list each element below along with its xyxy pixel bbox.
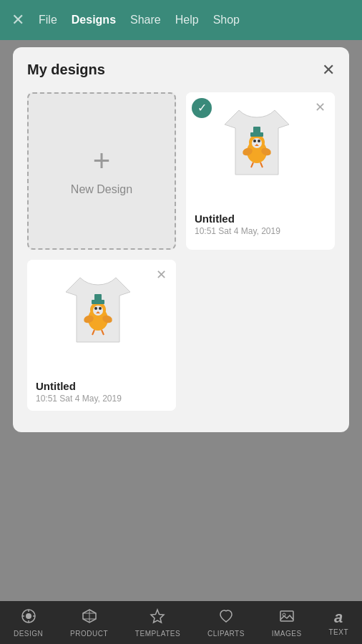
modal-header: My designs ✕ [27, 62, 335, 78]
bottom-nav-product-label: PRODUCT [70, 630, 108, 638]
svg-marker-34 [151, 610, 164, 623]
product-icon [82, 608, 97, 627]
design-card-1-image: ✓ ✕ [186, 92, 335, 207]
design-card-1-info: Untitled 10:51 Sat 4 May, 2019 [186, 207, 335, 243]
my-designs-modal: My designs ✕ + New Design ✓ ✕ [13, 47, 349, 432]
bottom-nav-design-label: DESIGN [14, 630, 43, 638]
tshirt-2 [59, 270, 145, 364]
bottom-nav: DESIGN PRODUCT TEMPLATES CLIPARTS [0, 601, 362, 644]
design-card-1-date: 10:51 Sat 4 May, 2019 [195, 226, 326, 236]
design-card-2[interactable]: ✕ [27, 260, 176, 411]
design-card-1[interactable]: ✓ ✕ [186, 92, 335, 250]
modal-title: My designs [27, 62, 105, 78]
bottom-nav-product[interactable]: PRODUCT [70, 608, 108, 638]
designs-grid: + New Design ✓ ✕ [27, 92, 335, 411]
images-icon [279, 608, 295, 627]
svg-point-15 [94, 307, 97, 310]
delete-button-1[interactable]: ✕ [310, 98, 329, 117]
design-card-2-name: Untitled [36, 380, 167, 392]
svg-point-2 [252, 138, 262, 148]
nav-item-file[interactable]: File [39, 14, 57, 26]
templates-icon [150, 608, 165, 627]
delete-button-2[interactable]: ✕ [152, 265, 170, 284]
modal-overlay: My designs ✕ + New Design ✓ ✕ [0, 40, 362, 601]
bottom-nav-images-label: IMAGES [272, 630, 302, 638]
svg-point-16 [99, 307, 102, 310]
svg-point-4 [258, 140, 260, 142]
nav-item-help[interactable]: Help [175, 14, 199, 26]
bottom-nav-cliparts-label: CLIPARTS [207, 630, 245, 638]
bottom-nav-images[interactable]: IMAGES [272, 608, 302, 638]
svg-rect-35 [280, 611, 293, 621]
svg-point-25 [26, 613, 31, 619]
selected-badge: ✓ [192, 98, 212, 118]
top-nav: ✕ File Designs Share Help Shop [0, 0, 362, 40]
nav-item-shop[interactable]: Shop [213, 14, 240, 26]
bottom-nav-text[interactable]: a TEXT [328, 610, 348, 636]
tshirt-1 [217, 103, 303, 196]
bottom-nav-cliparts[interactable]: CLIPARTS [207, 608, 245, 638]
text-icon: a [334, 610, 343, 625]
bottom-nav-text-label: TEXT [328, 628, 348, 636]
design-card-2-info: Untitled 10:51 Sat 4 May, 2019 [27, 374, 176, 411]
check-icon: ✓ [197, 102, 207, 114]
svg-point-3 [253, 140, 256, 142]
design-card-2-image: ✕ [27, 260, 176, 374]
nav-close-icon[interactable]: ✕ [11, 12, 24, 28]
svg-rect-21 [94, 294, 102, 301]
bottom-nav-design[interactable]: DESIGN [14, 608, 43, 638]
svg-point-14 [93, 306, 103, 316]
modal-close-button[interactable]: ✕ [322, 62, 335, 78]
bottom-nav-templates[interactable]: TEMPLATES [135, 608, 180, 638]
design-icon [21, 608, 36, 627]
new-design-label: New Design [71, 183, 132, 196]
bottom-nav-templates-label: TEMPLATES [135, 630, 180, 638]
design-card-2-date: 10:51 Sat 4 May, 2019 [36, 394, 167, 404]
cliparts-icon [218, 608, 234, 627]
design-card-1-name: Untitled [195, 213, 326, 225]
new-design-plus-icon: + [93, 146, 111, 176]
svg-rect-9 [253, 127, 260, 134]
nav-item-share[interactable]: Share [130, 14, 161, 26]
new-design-card[interactable]: + New Design [27, 92, 176, 250]
nav-item-designs[interactable]: Designs [72, 14, 116, 26]
